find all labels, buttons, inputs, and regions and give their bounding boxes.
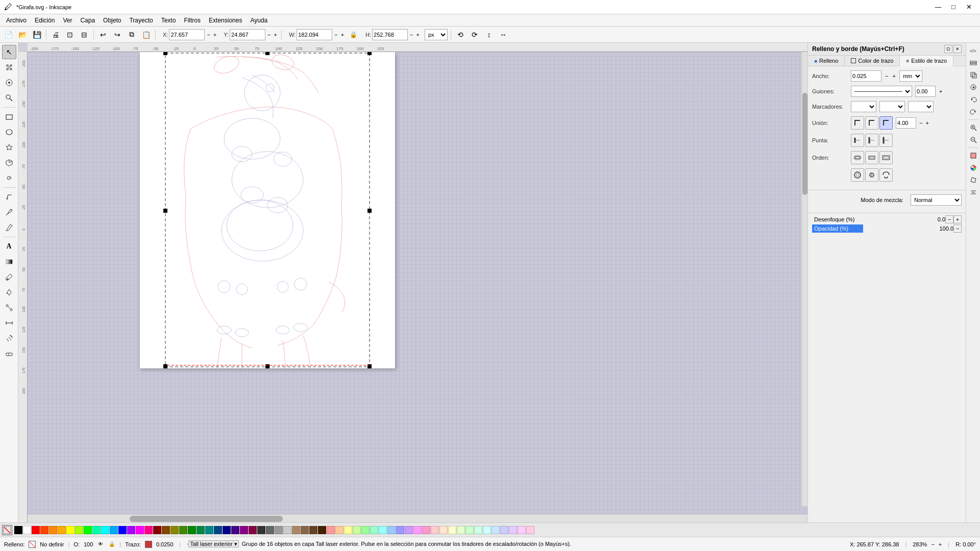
color-swatch[interactable] [101, 526, 109, 534]
menu-ver[interactable]: Ver [59, 16, 76, 25]
x-minus[interactable]: − [207, 32, 210, 38]
tool-pencil[interactable] [2, 190, 16, 204]
color-swatch[interactable] [413, 526, 422, 534]
color-swatch[interactable] [283, 526, 291, 534]
color-swatch[interactable] [309, 526, 317, 534]
color-swatch[interactable] [257, 526, 265, 534]
menu-extensiones[interactable]: Extensiones [205, 16, 246, 25]
color-swatch[interactable] [318, 526, 326, 534]
far-btn-redo[interactable] [968, 106, 979, 117]
w-minus[interactable]: − [334, 32, 337, 38]
tool-rect[interactable] [2, 110, 16, 124]
menu-edicion[interactable]: Edición [31, 16, 59, 25]
tool-dropper[interactable] [2, 270, 16, 284]
color-swatch[interactable] [23, 526, 31, 534]
zoom-plus[interactable]: + [939, 541, 942, 547]
toolbar-print[interactable]: 🖨 [50, 29, 62, 41]
color-swatch[interactable] [266, 526, 274, 534]
color-swatch[interactable] [214, 526, 222, 534]
tool-tweak[interactable] [2, 76, 16, 90]
union-bevel[interactable] [879, 116, 893, 130]
marcadores-end[interactable] [908, 101, 934, 112]
minimize-button[interactable]: — [931, 2, 945, 13]
opacidad-minus[interactable]: − [953, 224, 962, 233]
color-swatch[interactable] [518, 526, 526, 534]
guiones-plus[interactable]: + [939, 88, 942, 94]
far-btn-symbols[interactable]: ★ [968, 82, 979, 93]
color-swatch[interactable] [396, 526, 404, 534]
color-swatch[interactable] [136, 526, 144, 534]
marcadores-start[interactable] [851, 101, 876, 112]
color-swatch[interactable] [344, 526, 352, 534]
color-swatch[interactable] [405, 526, 413, 534]
color-swatch[interactable] [457, 526, 465, 534]
tool-star[interactable] [2, 140, 16, 155]
color-swatch[interactable] [379, 526, 387, 534]
menu-capa[interactable]: Capa [76, 16, 99, 25]
menu-ayuda[interactable]: Ayuda [246, 16, 272, 25]
maximize-button[interactable]: □ [946, 2, 961, 13]
far-btn-colorwheel[interactable] [968, 162, 979, 173]
canvas-area[interactable]: -200 -175 -150 -125 -100 -75 -50 -25 0 2… [18, 43, 807, 522]
canvas-viewport[interactable] [28, 52, 807, 514]
color-swatch[interactable] [448, 526, 456, 534]
color-swatch[interactable] [387, 526, 396, 534]
w-input[interactable] [297, 29, 332, 40]
ancho-input[interactable] [851, 70, 881, 82]
color-swatch[interactable] [110, 526, 118, 534]
far-btn-zoom-out[interactable] [968, 134, 979, 145]
tool-eraser[interactable] [2, 346, 16, 361]
orden-btn6[interactable] [879, 168, 893, 182]
color-swatch[interactable] [58, 526, 66, 534]
far-btn-undo[interactable] [968, 94, 979, 105]
h-minus[interactable]: − [410, 32, 413, 38]
y-minus[interactable]: − [267, 32, 271, 38]
ancho-plus[interactable]: + [892, 73, 895, 79]
color-swatch[interactable] [301, 526, 309, 534]
orden-btn4[interactable] [851, 168, 864, 182]
scrollbar-horizontal[interactable] [28, 514, 807, 522]
tool-spiral[interactable] [2, 171, 16, 185]
union-minus[interactable]: − [919, 120, 922, 126]
color-swatch[interactable] [526, 526, 534, 534]
w-plus[interactable]: + [341, 32, 344, 38]
guiones-input[interactable] [915, 86, 936, 97]
ancho-minus[interactable]: − [885, 73, 888, 79]
union-round[interactable] [865, 116, 878, 130]
color-swatch[interactable] [439, 526, 448, 534]
color-swatch[interactable] [118, 526, 127, 534]
tool-node[interactable] [2, 60, 16, 74]
color-swatch[interactable] [431, 526, 439, 534]
color-swatch[interactable] [84, 526, 92, 534]
tool-connector[interactable] [2, 300, 16, 315]
orden-inside[interactable] [865, 151, 878, 164]
far-btn-fill[interactable] [968, 150, 979, 161]
toolbar-copy[interactable]: ⧉ [126, 29, 138, 41]
toolbar-save[interactable]: 💾 [31, 29, 43, 41]
ancho-unit-select[interactable]: mm px pt [899, 70, 922, 82]
h-input[interactable] [372, 29, 408, 40]
color-swatch[interactable] [240, 526, 248, 534]
color-swatch[interactable] [144, 526, 153, 534]
y-input[interactable] [230, 29, 265, 40]
color-swatch[interactable] [205, 526, 213, 534]
color-swatch[interactable] [370, 526, 378, 534]
toolbar-zoom-select[interactable]: ⊟ [78, 29, 90, 41]
punta-square[interactable] [879, 134, 893, 147]
transform-btn1[interactable]: ⟲ [454, 29, 467, 41]
color-swatch[interactable] [422, 526, 430, 534]
tab-estilo-trazo[interactable]: ≡ Estilo de trazo [900, 56, 953, 66]
tool-measure[interactable] [2, 316, 16, 330]
orden-outside[interactable] [879, 151, 893, 164]
color-swatch[interactable] [361, 526, 370, 534]
far-btn-layers[interactable] [968, 57, 979, 68]
desenfoque-minus[interactable]: − [945, 215, 953, 223]
punta-butt[interactable] [851, 134, 864, 147]
orden-centered[interactable] [851, 151, 864, 164]
menu-archivo[interactable]: Archivo [2, 16, 31, 25]
union-value[interactable] [896, 117, 916, 129]
tool-selector[interactable]: ↖ [2, 45, 16, 59]
far-btn-transform[interactable] [968, 174, 979, 186]
tool-calligraphy[interactable] [2, 220, 16, 235]
color-swatch[interactable] [14, 526, 22, 534]
